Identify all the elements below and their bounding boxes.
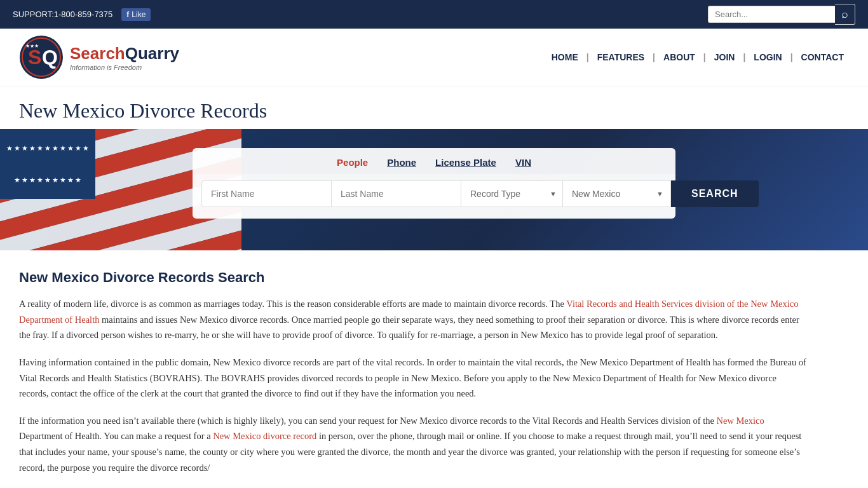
star: ★ <box>6 144 13 152</box>
nav-join[interactable]: JOIN <box>709 52 740 62</box>
star: ★ <box>44 144 51 152</box>
section-title: New Mexico Divorce Records Search <box>19 269 807 286</box>
para1-before-link: A reality of modern life, divorce is as … <box>19 299 566 309</box>
last-name-input[interactable] <box>332 180 461 207</box>
main-nav: HOME | FEATURES | ABOUT | JOIN | LOGIN |… <box>546 52 849 62</box>
para1-after-link: maintains and issues New Mexico divorce … <box>19 315 799 341</box>
svg-text:★★★: ★★★ <box>25 43 39 49</box>
content-para-1: A reality of modern life, divorce is as … <box>19 296 807 343</box>
fb-like-label: Like <box>132 10 146 19</box>
star: ★ <box>75 144 81 152</box>
star: ★ <box>83 144 89 152</box>
top-search-input[interactable] <box>708 6 835 23</box>
nm-divorce-record-link[interactable]: New Mexico divorce record <box>213 431 316 441</box>
nav-sep-3: | <box>703 52 706 62</box>
star: ★ <box>37 144 43 152</box>
star: ★ <box>60 176 66 184</box>
top-bar-left: SUPPORT:1-800-859-7375 f Like <box>13 8 151 21</box>
nav-about[interactable]: ABOUT <box>658 52 700 62</box>
para3-before-link1: If the information you need isn’t availa… <box>19 416 716 426</box>
star: ★ <box>60 144 66 152</box>
nav-sep-5: | <box>790 52 793 62</box>
tab-people[interactable]: People <box>337 157 368 168</box>
facebook-like-button[interactable]: f Like <box>121 8 151 21</box>
first-name-input[interactable] <box>201 180 332 207</box>
tab-vin[interactable]: VIN <box>515 157 531 168</box>
search-button[interactable]: SEARCH <box>671 180 759 207</box>
star: ★ <box>75 176 81 184</box>
hero-banner: ★ ★ ★ ★ ★ ★ ★ ★ ★ ★ ★ ★ ★ ★ ★ ★ ★ ★ ★ ★ … <box>0 129 868 250</box>
nav-home[interactable]: HOME <box>546 52 583 62</box>
logo-quarry-part: Quarry <box>125 44 179 63</box>
fb-icon: f <box>126 10 129 19</box>
logo-area: S Q ★★★ SearchQuarry Information is Free… <box>19 35 179 79</box>
record-type-select[interactable]: Record Type Criminal Records Divorce Rec… <box>461 180 563 207</box>
search-tabs: People Phone License Plate VIN <box>193 148 675 174</box>
stars-area: ★ ★ ★ ★ ★ ★ ★ ★ ★ ★ ★ ★ ★ ★ ★ ★ ★ ★ ★ ★ <box>0 129 95 199</box>
support-phone: SUPPORT:1-800-859-7375 <box>13 10 112 19</box>
top-search-bar: ⌕ <box>708 4 855 25</box>
main-content: New Mexico Divorce Records Search A real… <box>0 250 826 488</box>
search-fields: Record Type Criminal Records Divorce Rec… <box>193 174 675 219</box>
star: ★ <box>67 144 74 152</box>
state-select[interactable]: All States Alabama Alaska Arizona Arkans… <box>563 180 671 207</box>
star: ★ <box>44 176 51 184</box>
logo-search-part: Search <box>70 44 125 63</box>
star: ★ <box>22 176 28 184</box>
svg-text:S: S <box>28 46 41 69</box>
nav-sep-1: | <box>587 52 589 62</box>
new-mexico-link[interactable]: New Mexico <box>716 416 764 426</box>
star: ★ <box>14 176 20 184</box>
nav-contact[interactable]: CONTACT <box>796 52 849 62</box>
nav-sep-4: | <box>743 52 745 62</box>
star: ★ <box>29 176 36 184</box>
page-title: New Mexico Divorce Records <box>19 99 849 123</box>
tab-license-plate[interactable]: License Plate <box>435 157 496 168</box>
content-para-2: Having information contained in the publ… <box>19 355 807 402</box>
logo-icon: S Q ★★★ <box>19 35 64 79</box>
top-bar: SUPPORT:1-800-859-7375 f Like ⌕ <box>0 0 868 29</box>
star: ★ <box>52 176 58 184</box>
top-search-button[interactable]: ⌕ <box>835 4 855 25</box>
nav-sep-2: | <box>653 52 655 62</box>
star: ★ <box>52 144 58 152</box>
star: ★ <box>14 144 20 152</box>
logo-tagline: Information is Freedom <box>70 64 179 71</box>
state-select-wrapper: All States Alabama Alaska Arizona Arkans… <box>563 180 671 207</box>
para3-between-links: Department of Health. You can make a req… <box>19 431 213 441</box>
nav-login[interactable]: LOGIN <box>749 52 787 62</box>
star: ★ <box>29 144 36 152</box>
logo-text: SearchQuarry Information is Freedom <box>70 44 179 71</box>
star: ★ <box>37 176 43 184</box>
record-type-wrapper: Record Type Criminal Records Divorce Rec… <box>461 180 563 207</box>
svg-text:Q: Q <box>42 46 58 69</box>
star: ★ <box>67 176 74 184</box>
logo-brand: SearchQuarry <box>70 44 179 64</box>
search-widget: People Phone License Plate VIN Record Ty… <box>193 148 675 219</box>
star: ★ <box>22 144 28 152</box>
content-para-3: If the information you need isn’t availa… <box>19 413 807 476</box>
page-title-section: New Mexico Divorce Records <box>0 86 868 129</box>
header: S Q ★★★ SearchQuarry Information is Free… <box>0 29 868 86</box>
tab-phone[interactable]: Phone <box>387 157 416 168</box>
nav-features[interactable]: FEATURES <box>592 52 649 62</box>
